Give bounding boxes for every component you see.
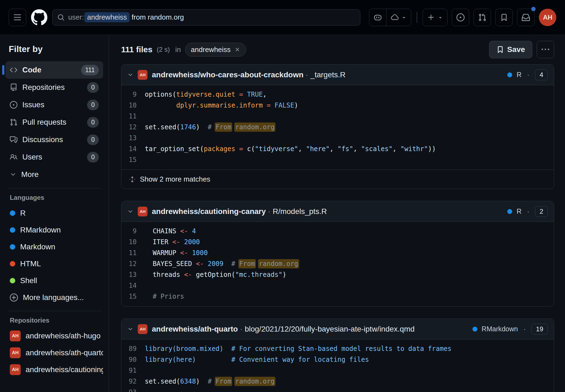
repo-name: andrewheiss/cautioning-c... (26, 365, 103, 374)
result-title: andrewheiss/who-cares-about-crackdown·_t… (152, 71, 346, 79)
issues-button[interactable] (452, 9, 469, 26)
user-avatar[interactable]: AH (539, 9, 556, 26)
languages-heading: Languages (10, 194, 103, 201)
repo-name: andrewheiss/ath-hugo (26, 332, 101, 340)
close-icon[interactable] (234, 47, 240, 53)
code-line: 15 (121, 154, 554, 165)
repo-filter-item[interactable]: AHandrewheiss/ath-quarto (5, 344, 103, 361)
language-filter-markdown[interactable]: Markdown (5, 238, 103, 255)
title-separator: · (303, 71, 310, 79)
sidebar-filter-users[interactable]: Users0 (5, 148, 103, 166)
line-number: 93 (121, 387, 145, 392)
match-count-badge[interactable]: 2 (535, 206, 548, 217)
chevron-down-icon[interactable] (127, 209, 133, 215)
line-number: 14 (121, 143, 145, 154)
code-line: 13 (121, 133, 554, 143)
code-line-text[interactable]: BAYES_SEED <- 2009 # From random.org (145, 258, 298, 269)
people-icon (10, 153, 17, 161)
repositories-heading: Repositories (10, 317, 103, 324)
language-filter-r[interactable]: R (5, 205, 103, 222)
file-path-link[interactable]: _targets.R (310, 71, 345, 79)
repo-avatar: AH (10, 330, 21, 341)
code-line-text[interactable]: # Priors (145, 291, 184, 302)
language-filter-html[interactable]: HTML (5, 255, 103, 272)
line-number: 14 (121, 280, 145, 291)
result-card: AHandrewheiss/ath-quarto·blog/2021/12/20… (121, 318, 554, 392)
show-more-matches-button[interactable]: Show 2 more matches (121, 170, 554, 189)
dot-separator: · (526, 71, 530, 79)
sidebar-filter-pull-requests[interactable]: Pull requests0 (5, 114, 103, 131)
repo-link[interactable]: andrewheiss/who-cares-about-crackdown (152, 71, 303, 79)
code-line-text[interactable]: library(here) # Convenient way for locat… (145, 354, 369, 365)
language-dot (507, 72, 512, 77)
sidebar-filter-issues[interactable]: Issues0 (5, 96, 103, 114)
code-line-text[interactable]: options(tidyverse.quiet = TRUE, (145, 89, 267, 100)
pull-requests-button[interactable] (474, 9, 491, 26)
create-new-button[interactable] (423, 9, 448, 26)
sidebar-filter-code[interactable]: Code111 (5, 61, 103, 79)
repo-avatar: AH (138, 324, 148, 334)
line-number: 9 (121, 226, 145, 237)
line-number: 12 (121, 122, 145, 133)
user-filter-chip-label: andrewheiss (191, 45, 231, 54)
match-count-badge[interactable]: 19 (531, 324, 548, 335)
repo-avatar: AH (10, 347, 21, 358)
filter-count-badge: 0 (87, 82, 99, 93)
code-line-text[interactable]: library(broom.mixed) # For converting St… (145, 343, 452, 354)
git-pull-request-icon (478, 13, 486, 22)
code-line: 12 BAYES_SEED <- 2009 # From random.org (121, 258, 554, 269)
file-path-link[interactable]: R/models_pts.R (273, 207, 327, 216)
result-card: AHandrewheiss/who-cares-about-crackdown·… (121, 64, 554, 189)
filter-more-button[interactable]: More (5, 166, 103, 183)
language-name: Markdown (20, 243, 55, 251)
code-line-text[interactable]: WARMUP <- 1000 (145, 247, 208, 258)
repo-link[interactable]: andrewheiss/ath-quarto (152, 325, 238, 333)
code-line: 14 (121, 280, 554, 291)
global-search-input[interactable]: user:andrewheiss from random.org (52, 9, 360, 26)
code-line-text[interactable]: threads <- getOption("mc.threads") (145, 269, 286, 280)
chevron-down-icon[interactable] (127, 326, 133, 332)
language-filter-rmarkdown[interactable]: RMarkdown (5, 222, 103, 238)
hamburger-menu-button[interactable] (9, 9, 26, 26)
saved-items-button[interactable] (495, 9, 513, 26)
code-snippet: 89library(broom.mixed) # For converting … (121, 339, 554, 392)
copilot-menu-button[interactable] (386, 9, 411, 26)
chevron-down-icon (10, 171, 16, 178)
language-label: R (517, 71, 521, 79)
sidebar-filter-repositories[interactable]: Repositories0 (5, 79, 103, 96)
kebab-icon (542, 46, 549, 53)
code-line-text[interactable]: set.seed(1746) # From random.org (145, 122, 275, 133)
repo-filter-item[interactable]: AHandrewheiss/cautioning-c... (5, 361, 103, 378)
code-line: 10 dplyr.summarise.inform = FALSE) (121, 100, 554, 111)
file-path-link[interactable]: blog/2021/12/20/fully-bayesian-ate-iptw/… (245, 325, 414, 333)
language-label: R (517, 207, 521, 215)
code-line-text[interactable]: set.seed(6348) # From random.org (145, 376, 275, 387)
chevron-down-icon[interactable] (127, 72, 133, 78)
more-languages-button[interactable]: More languages... (5, 289, 103, 306)
copilot-button[interactable] (369, 9, 386, 26)
code-line-text[interactable]: dplyr.summarise.inform = FALSE) (145, 100, 298, 111)
match-count-badge[interactable]: 4 (535, 69, 548, 80)
line-number: 10 (121, 237, 145, 247)
repo-filter-item[interactable]: AHandrewheiss/ath-hugo (5, 327, 103, 344)
user-filter-chip[interactable]: andrewheiss (185, 43, 246, 57)
language-filter-shell[interactable]: Shell (5, 272, 103, 289)
result-title: andrewheiss/cautioning-canary·R/models_p… (152, 207, 327, 216)
repo-link[interactable]: andrewheiss/cautioning-canary (152, 207, 266, 216)
filter-label: Pull requests (22, 118, 82, 127)
filter-label: Discussions (22, 135, 82, 144)
line-number: 92 (121, 376, 145, 387)
results-options-button[interactable] (537, 41, 554, 58)
code-line-text[interactable]: ITER <- 2000 (145, 237, 200, 247)
code-line-text[interactable]: tar_option_set(packages = c("tidyverse",… (145, 143, 436, 154)
inbox-button[interactable] (517, 9, 535, 26)
line-number: 13 (121, 133, 145, 143)
code-line-text[interactable]: CHAINS <- 4 (145, 226, 196, 237)
code-line: 13 threads <- getOption("mc.threads") (121, 269, 554, 280)
sidebar-filter-discussions[interactable]: Discussions0 (5, 131, 103, 148)
line-number: 90 (121, 354, 145, 365)
save-search-button[interactable]: Save (489, 41, 532, 58)
repo-avatar: AH (10, 364, 21, 375)
github-logo[interactable] (30, 9, 48, 26)
triangle-down-icon (438, 15, 443, 20)
